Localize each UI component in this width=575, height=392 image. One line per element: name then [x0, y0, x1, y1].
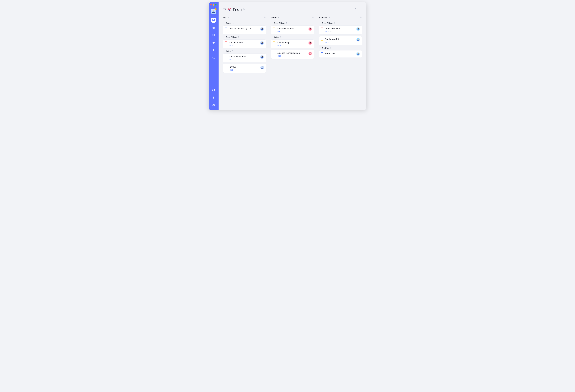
task-checkbox[interactable] — [273, 42, 275, 44]
task-card[interactable]: Publicity materialsJul 12 — [223, 53, 266, 62]
assignee-avatar[interactable] — [260, 41, 264, 45]
section-header[interactable]: Next 7 Days1 — [223, 36, 266, 38]
task-title: Publicity materials — [277, 27, 307, 30]
section: Next 7 Days1KOL operationJul 10 — [223, 36, 266, 48]
task-title: Venue set-up — [277, 41, 307, 44]
nav-tasks[interactable] — [211, 18, 216, 23]
section-header[interactable]: Today1 — [223, 22, 266, 24]
svg-text:?: ? — [213, 104, 214, 106]
section-header[interactable]: Later2 — [223, 50, 266, 52]
section-title: Next 7 Days — [274, 22, 285, 24]
task-title: Review — [229, 66, 259, 69]
task-checkbox[interactable] — [225, 27, 227, 30]
minimize-window-button[interactable] — [213, 4, 214, 6]
task-checkbox[interactable] — [225, 42, 227, 44]
section-count: 2 — [334, 22, 335, 24]
assignee-avatar[interactable] — [260, 55, 264, 59]
svg-point-34 — [229, 8, 229, 8]
share-list-button[interactable] — [242, 8, 245, 11]
assignee-avatar[interactable] — [356, 27, 360, 31]
chevron-down-icon — [223, 22, 225, 24]
section-count: 1 — [233, 22, 234, 24]
assignee-avatar[interactable] — [356, 52, 360, 56]
add-task-button[interactable] — [311, 16, 314, 19]
nav-notifications[interactable] — [211, 95, 216, 100]
column-count: 4 — [228, 16, 229, 19]
svg-point-37 — [360, 9, 360, 9]
reminder-icon — [330, 31, 332, 33]
chevron-down-icon — [271, 22, 273, 24]
assignee-avatar[interactable] — [308, 27, 312, 31]
task-card[interactable]: Shoot video — [319, 50, 362, 58]
task-card[interactable]: Expense reimbursementJul 18 — [271, 50, 314, 59]
ferris-wheel-icon — [228, 7, 232, 11]
task-body: Publicity materialsJul 6 — [277, 27, 307, 32]
user-avatar[interactable] — [211, 9, 216, 14]
svg-point-36 — [243, 8, 244, 9]
section-header[interactable]: Next 7 Days2 — [319, 22, 362, 24]
task-checkbox[interactable] — [321, 38, 323, 41]
task-checkbox[interactable] — [273, 27, 275, 30]
assignee-avatar[interactable] — [356, 38, 360, 42]
svg-rect-13 — [214, 34, 215, 35]
add-task-button[interactable] — [263, 16, 266, 19]
task-meta: Jul 19 — [229, 69, 259, 71]
svg-point-17 — [213, 42, 214, 43]
nav-search[interactable] — [211, 55, 216, 60]
nav-focus[interactable] — [211, 40, 216, 45]
svg-point-33 — [229, 10, 229, 10]
nav-matrix[interactable] — [211, 33, 216, 38]
task-card[interactable]: Venue set-upJul 14 — [271, 39, 314, 48]
task-card[interactable]: Discuss the activity plan15:00 — [223, 25, 266, 34]
task-card[interactable]: Publicity materialsJul 6 — [271, 25, 314, 34]
task-body: KOL operationJul 10 — [229, 41, 259, 46]
add-task-button[interactable] — [359, 16, 362, 19]
nav-help[interactable]: ? — [211, 103, 216, 108]
task-date: Jul 10 — [325, 31, 329, 33]
task-body: Expense reimbursementJul 18 — [277, 52, 307, 57]
assignee-avatar[interactable] — [308, 52, 312, 55]
task-date: Jul 12 — [229, 59, 233, 61]
task-checkbox[interactable] — [225, 66, 227, 68]
task-card[interactable]: Purchasing PrizesJul 11 — [319, 36, 362, 45]
task-checkbox[interactable] — [321, 52, 323, 55]
toggle-sidebar-button[interactable] — [223, 7, 226, 11]
task-date: Jul 19 — [229, 69, 233, 71]
task-checkbox[interactable] — [273, 52, 275, 54]
section-count: 1 — [238, 36, 239, 38]
task-checkbox[interactable] — [225, 56, 227, 58]
nav-calendar[interactable] — [211, 25, 216, 30]
section-count: 1 — [330, 47, 332, 49]
column-name: Me — [223, 16, 226, 19]
section: Today1Discuss the activity plan15:00 — [223, 22, 266, 34]
nav-habit[interactable] — [211, 48, 216, 53]
close-window-button[interactable] — [210, 4, 212, 6]
more-options-button[interactable] — [359, 8, 362, 11]
assignee-avatar[interactable] — [308, 41, 312, 45]
nav-sync[interactable] — [211, 88, 216, 92]
task-card[interactable]: KOL operationJul 10 — [223, 39, 266, 48]
svg-point-28 — [231, 9, 231, 9]
section-count: 2 — [280, 36, 281, 38]
svg-rect-14 — [213, 35, 214, 36]
sidebar: ? — [209, 2, 218, 110]
assignee-avatar[interactable] — [260, 66, 264, 69]
sort-button[interactable] — [354, 8, 357, 11]
maximize-window-button[interactable] — [215, 4, 216, 6]
task-checkbox[interactable] — [321, 27, 323, 30]
column-me: Me4Today1Discuss the activity plan15:00N… — [223, 16, 266, 74]
section: Next 7 Days2Guest invitationJul 10Purcha… — [319, 22, 362, 45]
task-meta: Jul 6 — [277, 31, 307, 32]
assignee-avatar[interactable] — [260, 27, 264, 31]
task-card[interactable]: ReviewJul 19 — [223, 64, 266, 73]
section-header[interactable]: Later2 — [271, 36, 314, 38]
task-body: ReviewJul 19 — [229, 66, 259, 71]
section-header[interactable]: Next 7 Days1 — [271, 22, 314, 24]
svg-rect-12 — [213, 34, 214, 35]
section: No Date1Shoot video — [319, 47, 362, 58]
task-title: Expense reimbursement — [277, 52, 307, 54]
chevron-down-icon — [271, 36, 273, 38]
section-header[interactable]: No Date1 — [319, 47, 362, 49]
task-card[interactable]: Guest invitationJul 10 — [319, 25, 362, 35]
column-bourne: Bourne3Next 7 Days2Guest invitationJul 1… — [319, 16, 362, 74]
